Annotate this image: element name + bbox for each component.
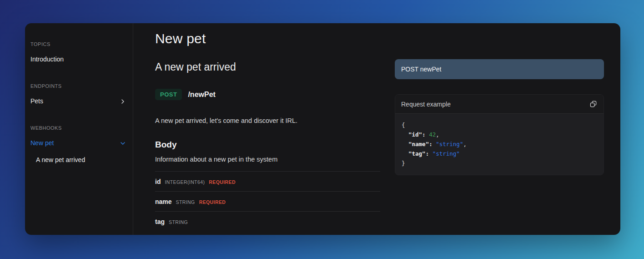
field-row-tag: tag STRING: [155, 211, 380, 231]
copy-icon: [590, 101, 597, 107]
sidebar-item-pets[interactable]: Pets: [30, 97, 126, 105]
endpoint-selector-label: POST newPet: [401, 66, 441, 73]
sidebar-item-label: Introduction: [30, 56, 64, 63]
sidebar-heading-webhooks: WEBHOOKS: [30, 125, 126, 131]
sidebar-heading-endpoints: ENDPOINTS: [30, 83, 126, 89]
body-fields-list: id INTEGER(INT64) REQUIRED name STRING R…: [155, 171, 380, 231]
operation-title: A new pet arrived: [155, 61, 380, 73]
body-description: Information about a new pet in the syste…: [155, 156, 380, 163]
chevron-right-icon: [120, 99, 126, 104]
request-example-header: Request example: [395, 95, 604, 114]
sidebar-item-label: A new pet arrived: [36, 156, 85, 164]
main-content: New pet A new pet arrived POST /newPet A…: [133, 23, 620, 235]
code-line: "id": 42,: [402, 130, 597, 139]
field-name: tag: [155, 218, 165, 225]
sidebar-item-label: Pets: [30, 97, 43, 105]
chevron-down-icon: [120, 141, 126, 146]
request-example-code: { "id": 42, "name": "string", "tag": "st…: [395, 114, 604, 175]
code-line: "tag": "string": [402, 149, 597, 158]
field-type: INTEGER(INT64): [165, 179, 205, 185]
field-type: STRING: [169, 219, 188, 225]
sidebar-heading-topics: TOPICS: [30, 41, 126, 47]
http-method-badge: POST: [155, 89, 182, 100]
field-required-badge: REQUIRED: [199, 199, 226, 205]
sidebar-item-introduction[interactable]: Introduction: [30, 56, 126, 63]
endpoint-path: /newPet: [188, 91, 215, 99]
request-example-card: Request example { "id": 42, "name": "str…: [395, 94, 604, 175]
endpoint-selector-button[interactable]: POST newPet: [395, 59, 604, 79]
docs-column: New pet A new pet arrived POST /newPet A…: [155, 31, 380, 235]
sidebar-item-new-pet[interactable]: New pet: [30, 139, 126, 147]
code-line: }: [402, 158, 597, 168]
sidebar-item-a-new-pet-arrived[interactable]: A new pet arrived: [30, 156, 126, 164]
field-row-id: id INTEGER(INT64) REQUIRED: [155, 171, 380, 191]
copy-button[interactable]: [589, 100, 598, 108]
endpoint: POST /newPet: [155, 88, 380, 101]
body-heading: Body: [155, 140, 380, 150]
api-docs-card: TOPICS Introduction ENDPOINTS Pets WEBHO…: [25, 23, 620, 235]
field-name: name: [155, 198, 172, 205]
field-type: STRING: [176, 199, 195, 205]
request-example-title: Request example: [401, 101, 451, 108]
field-row-name: name STRING REQUIRED: [155, 191, 380, 211]
field-required-badge: REQUIRED: [209, 179, 236, 185]
code-line: "name": "string",: [402, 139, 597, 149]
operation-description: A new pet arrived, let's come and discov…: [155, 117, 380, 125]
page-title: New pet: [155, 31, 380, 46]
example-column: POST newPet Request example { "id": 42,: [395, 31, 604, 235]
sidebar: TOPICS Introduction ENDPOINTS Pets WEBHO…: [25, 23, 133, 235]
sidebar-item-label: New pet: [30, 139, 54, 147]
field-name: id: [155, 178, 161, 185]
code-line: {: [402, 120, 597, 130]
